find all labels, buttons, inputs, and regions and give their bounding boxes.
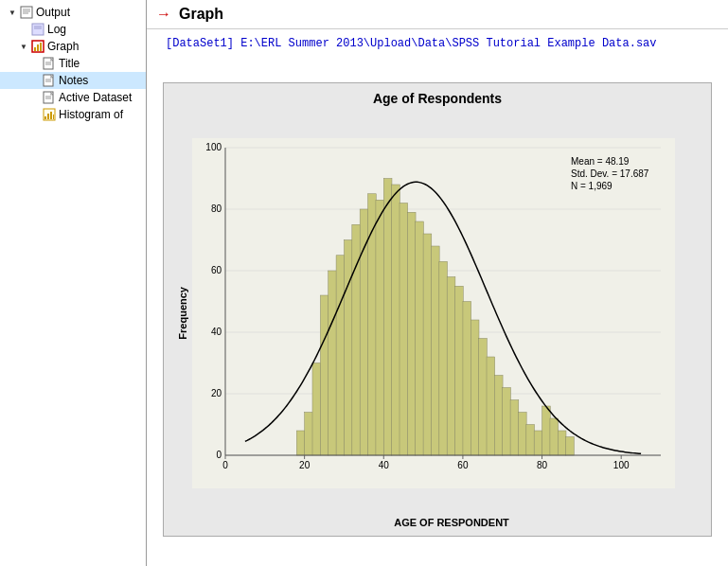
- sidebar-item-active-dataset[interactable]: ▶ Active Dataset: [0, 89, 146, 106]
- svg-rect-8: [34, 47, 36, 51]
- sidebar-item-title[interactable]: ▶ Title: [0, 55, 146, 72]
- active-dataset-label: Active Dataset: [59, 91, 132, 104]
- svg-rect-10: [40, 43, 42, 51]
- svg-rect-0: [21, 7, 32, 18]
- title-doc-icon: [42, 56, 57, 71]
- expand-output-icon: ▼: [8, 8, 17, 17]
- svg-rect-9: [37, 44, 39, 51]
- svg-rect-23: [50, 112, 52, 119]
- notes-doc-icon: [42, 73, 57, 88]
- chart-title: Age of Respondents: [373, 91, 502, 106]
- sidebar-item-graph[interactable]: ▼ Graph: [0, 38, 146, 55]
- sidebar-item-log[interactable]: ▶ Log: [0, 21, 146, 38]
- title-label: Title: [59, 57, 80, 70]
- svg-rect-22: [47, 114, 49, 119]
- dataset-path: [DataSet1] E:\ERL Summer 2013\Upload\Dat…: [147, 29, 728, 58]
- output-label: Output: [36, 6, 70, 19]
- svg-rect-24: [53, 115, 54, 119]
- main-content: → Graph [DataSet1] E:\ERL Summer 2013\Up…: [147, 0, 728, 566]
- sidebar-item-histogram[interactable]: ▶ Histogram of: [0, 106, 146, 123]
- y-axis-label: Frequency: [177, 287, 188, 340]
- page-title: Graph: [179, 6, 223, 23]
- notes-label: Notes: [59, 74, 88, 87]
- svg-rect-4: [32, 24, 44, 35]
- active-dataset-doc-icon: [42, 90, 57, 105]
- histogram-icon: [42, 107, 57, 122]
- histogram-label: Histogram of: [59, 108, 123, 121]
- sidebar: ▼ Output ▶ Log ▼: [0, 0, 147, 566]
- section-arrow-icon: →: [156, 6, 171, 23]
- svg-rect-21: [44, 116, 46, 119]
- content-header: → Graph: [147, 0, 728, 29]
- expand-graph-icon: ▼: [19, 42, 28, 51]
- x-axis-label: AGE OF RESPONDENT: [394, 517, 509, 528]
- log-icon: [30, 22, 45, 37]
- graph-label: Graph: [47, 40, 79, 53]
- histogram-canvas: [192, 138, 675, 488]
- graph-icon: [30, 39, 45, 54]
- sidebar-item-notes[interactable]: ▶ Notes: [0, 72, 146, 89]
- log-label: Log: [47, 23, 66, 36]
- sidebar-item-output[interactable]: ▼ Output: [0, 4, 146, 21]
- chart-box: Age of Respondents Frequency AGE OF RESP…: [163, 82, 712, 537]
- chart-container: Age of Respondents Frequency AGE OF RESP…: [147, 58, 728, 566]
- output-doc-icon: [19, 5, 34, 20]
